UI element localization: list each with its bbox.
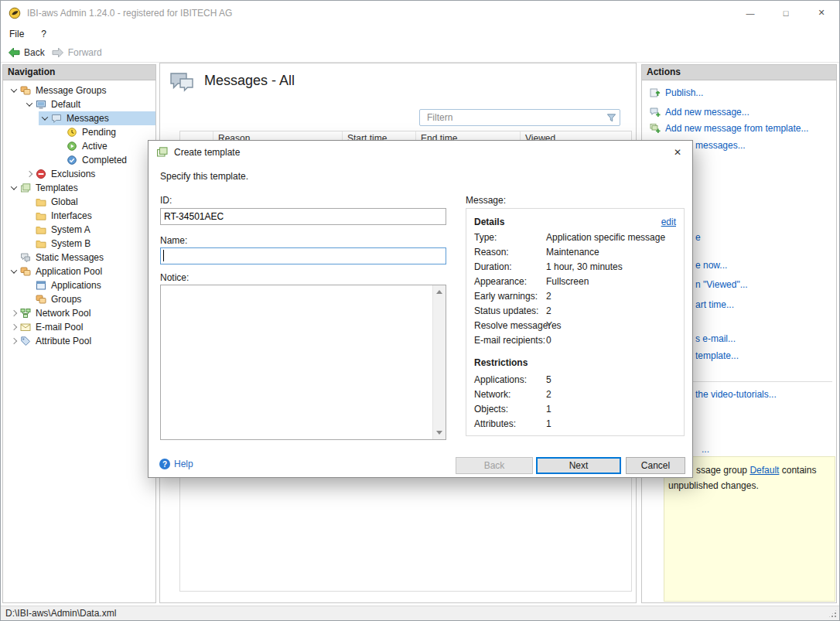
scroll-down-icon[interactable] xyxy=(436,431,442,435)
action-add-new-message[interactable]: Add new message... xyxy=(650,107,750,118)
detail-value: 0 xyxy=(546,335,551,346)
tree-label: Templates xyxy=(36,183,78,193)
tree-item-global[interactable]: Global xyxy=(3,195,155,209)
folder-icon xyxy=(36,210,48,221)
tree-label: Interfaces xyxy=(51,210,92,221)
maximize-button[interactable]: □ xyxy=(768,1,804,25)
restrictions-header: Restrictions xyxy=(474,357,528,368)
navigation-panel: Navigation Message Groups Default Messag… xyxy=(2,64,156,603)
action-fragment[interactable]: e xyxy=(695,232,701,243)
tree-label: Exclusions xyxy=(51,169,95,179)
page-title: Messages - All xyxy=(204,73,295,89)
restriction-value: 2 xyxy=(546,389,551,400)
tree-item-interfaces[interactable]: Interfaces xyxy=(3,209,155,223)
back-dialog-button[interactable]: Back xyxy=(456,457,533,474)
chevron-right-icon[interactable] xyxy=(8,320,20,334)
template-name-input[interactable] xyxy=(160,247,446,264)
tree-item-applications[interactable]: Applications xyxy=(3,278,155,292)
tree-item-messages[interactable]: Messages xyxy=(3,111,155,125)
app-logo-icon xyxy=(9,7,21,19)
message-group-icon xyxy=(20,85,32,96)
chevron-down-icon[interactable] xyxy=(8,84,20,97)
action-fragment[interactable]: s e-mail... xyxy=(695,333,736,344)
default-group-link[interactable]: Default xyxy=(750,465,779,476)
action-fragment[interactable]: art time... xyxy=(695,299,734,310)
action-fragment[interactable]: ... xyxy=(702,444,709,455)
filter-icon[interactable] xyxy=(603,113,620,123)
tree-item-static-messages[interactable]: Static Messages xyxy=(3,251,155,264)
chevron-down-icon[interactable] xyxy=(39,111,51,125)
close-button[interactable]: ✕ xyxy=(804,1,839,25)
back-button[interactable]: Back xyxy=(8,47,45,58)
minimize-icon: — xyxy=(746,9,755,18)
minimize-button[interactable]: — xyxy=(732,1,768,25)
edit-link[interactable]: edit xyxy=(661,217,676,227)
tree-item-exclusions[interactable]: Exclusions xyxy=(3,167,155,181)
tree-item-completed[interactable]: Completed xyxy=(3,153,155,167)
detail-row: Duration:1 hour, 30 minutes xyxy=(474,261,681,276)
chevron-right-icon[interactable] xyxy=(8,306,20,320)
action-fragment-video-tutorials[interactable]: the video-tutorials... xyxy=(695,389,777,400)
tree-label: Default xyxy=(51,99,80,110)
tree-label: Messages xyxy=(67,113,109,124)
tree-item-default[interactable]: Default xyxy=(3,97,155,111)
tree-item-message-groups[interactable]: Message Groups xyxy=(3,84,155,97)
notice-textarea[interactable] xyxy=(160,285,446,440)
chevron-right-icon[interactable] xyxy=(23,167,36,181)
chevron-spacer xyxy=(23,278,36,292)
dialog-subtitle: Specify this template. xyxy=(160,171,248,182)
template-id-input[interactable] xyxy=(160,208,446,225)
back-label: Back xyxy=(24,47,45,58)
tree-item-application-pool[interactable]: Application Pool xyxy=(3,264,155,278)
tree-label: Pending xyxy=(82,127,116,138)
action-label: Add new message from template... xyxy=(665,123,808,134)
action-fragment[interactable]: e now... xyxy=(695,260,727,271)
action-fragment[interactable]: n "Viewed"... xyxy=(695,279,748,290)
tree-item-templates[interactable]: Templates xyxy=(3,181,155,195)
action-fragment[interactable]: messages... xyxy=(695,140,746,151)
tree-label: Message Groups xyxy=(36,85,106,96)
tree-item-system-b[interactable]: System B xyxy=(3,237,155,251)
forward-button[interactable]: Forward xyxy=(52,47,102,58)
chevron-spacer xyxy=(54,153,67,167)
application-pool-icon xyxy=(20,266,32,277)
restriction-label: Objects: xyxy=(474,404,508,415)
detail-label: Status updates: xyxy=(474,305,538,316)
name-label: Name: xyxy=(160,235,187,246)
menubar: File ? xyxy=(1,25,839,43)
dialog-close-button[interactable]: ✕ xyxy=(668,144,688,161)
computer-icon xyxy=(36,99,48,110)
chevron-down-icon[interactable] xyxy=(23,97,36,111)
tree-item-groups[interactable]: Groups xyxy=(3,292,155,306)
folder-icon xyxy=(36,238,48,249)
chevron-down-icon[interactable] xyxy=(8,181,20,195)
detail-label: Early warnings: xyxy=(474,291,538,302)
action-publish[interactable]: Publish... xyxy=(650,87,703,98)
tree-item-active[interactable]: Active xyxy=(3,139,155,153)
tree-label: Applications xyxy=(51,280,101,291)
tree-item-system-a[interactable]: System A xyxy=(3,223,155,237)
chevron-right-icon[interactable] xyxy=(8,334,20,348)
chevron-down-icon[interactable] xyxy=(8,264,20,278)
cancel-button[interactable]: Cancel xyxy=(626,457,685,474)
tree-label: System B xyxy=(51,238,90,249)
id-label: ID: xyxy=(160,195,172,206)
tree-label: Application Pool xyxy=(36,266,102,277)
help-link[interactable]: ? Help xyxy=(159,459,193,469)
next-button[interactable]: Next xyxy=(536,457,621,474)
detail-row: Type:Application specific message xyxy=(474,232,681,247)
menu-file[interactable]: File xyxy=(1,25,32,43)
detail-label: Appearance: xyxy=(474,276,527,287)
scrollbar[interactable] xyxy=(432,285,446,439)
folder-icon xyxy=(36,224,48,235)
tree-item-network-pool[interactable]: Network Pool xyxy=(3,306,155,320)
scroll-up-icon[interactable] xyxy=(436,290,442,294)
filter-input[interactable] xyxy=(420,112,603,123)
tree-item-email-pool[interactable]: E-mail Pool xyxy=(3,320,155,334)
tree-label: Groups xyxy=(51,294,81,305)
menu-help[interactable]: ? xyxy=(32,25,55,43)
tree-item-pending[interactable]: Pending xyxy=(3,125,155,139)
tree-item-attribute-pool[interactable]: Attribute Pool xyxy=(3,334,155,348)
action-add-from-template[interactable]: Add new message from template... xyxy=(650,123,808,134)
action-fragment[interactable]: template... xyxy=(695,350,739,361)
